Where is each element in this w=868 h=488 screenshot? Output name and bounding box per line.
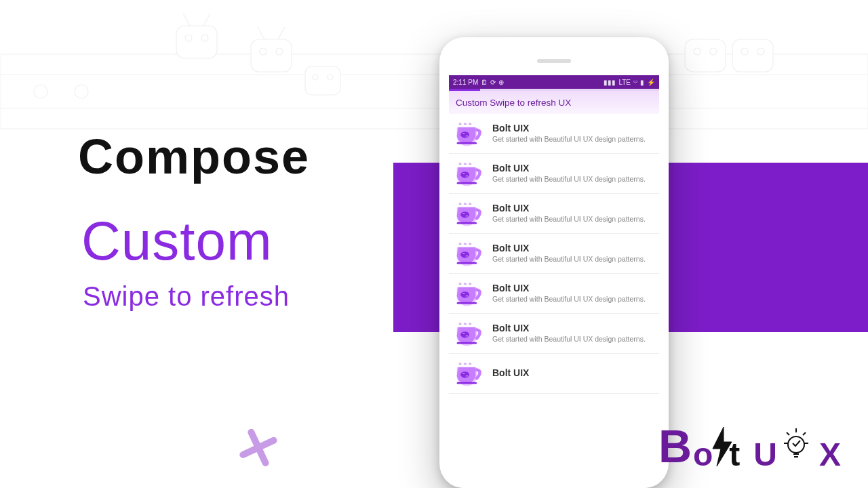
coffee-cup-icon [454, 321, 484, 346]
svg-line-8 [183, 14, 190, 26]
heading-compose: Compose [78, 129, 310, 184]
list-item-subtitle: Get started with Beautiful UI UX design … [492, 135, 651, 144]
svg-point-16 [313, 75, 318, 80]
refresh-list[interactable]: Bolt UIXGet started with Beautiful UI UX… [449, 114, 659, 394]
globe-icon: ⊕ [498, 79, 504, 86]
svg-point-32 [460, 211, 469, 218]
list-item-text: Bolt UIX [492, 367, 651, 380]
list-item[interactable]: Bolt UIXGet started with Beautiful UI UX… [449, 274, 659, 314]
phone-mockup: 2:11 PM 🗓 ⟳ ⊕ ▮▮▮ LTE ⌔ ▮ ⚡ Custom Swipe… [439, 37, 669, 488]
list-item[interactable]: Bolt UIXGet started with Beautiful UI UX… [449, 314, 659, 354]
phone-screen: 2:11 PM 🗓 ⟳ ⊕ ▮▮▮ LTE ⌔ ▮ ⚡ Custom Swipe… [449, 75, 659, 488]
svg-point-23 [757, 48, 764, 55]
svg-point-20 [710, 48, 717, 55]
svg-rect-5 [176, 26, 217, 58]
svg-rect-21 [732, 39, 773, 72]
svg-point-30 [466, 176, 469, 177]
svg-line-13 [258, 27, 264, 39]
svg-point-2 [75, 85, 88, 98]
svg-rect-18 [685, 39, 726, 72]
svg-point-6 [185, 35, 192, 41]
svg-rect-27 [457, 142, 477, 144]
calendar-icon: 🗓 [481, 79, 488, 86]
coffee-cup-icon [454, 241, 484, 266]
svg-point-42 [466, 296, 469, 297]
svg-point-46 [466, 336, 469, 337]
svg-rect-43 [457, 302, 477, 304]
list-item-title: Bolt UIX [492, 203, 651, 214]
list-item-title: Bolt UIX [492, 283, 651, 293]
svg-rect-10 [251, 39, 292, 72]
charging-icon: ⚡ [647, 79, 655, 86]
app-title: Custom Swipe to refresh UX [456, 98, 571, 108]
refresh-icon: ⟳ [490, 79, 496, 86]
logo-letter-U: U [753, 440, 777, 469]
svg-point-7 [201, 35, 208, 41]
signal-icon: ▮▮▮ [604, 79, 616, 86]
svg-rect-47 [457, 342, 477, 344]
coffee-cup-icon [454, 361, 484, 386]
svg-point-40 [460, 291, 469, 298]
list-item-subtitle: Get started with Beautiful UI UX design … [492, 175, 651, 184]
svg-point-50 [466, 375, 469, 377]
coffee-cup-icon [454, 161, 484, 186]
svg-point-41 [462, 293, 465, 294]
list-item[interactable]: Bolt UIXGet started with Beautiful UI UX… [449, 154, 659, 194]
svg-rect-31 [457, 182, 477, 184]
list-item-title: Bolt UIX [492, 123, 651, 134]
svg-point-1 [34, 85, 47, 98]
svg-point-19 [694, 48, 701, 55]
svg-line-9 [203, 14, 210, 26]
list-item[interactable]: Bolt UIX [449, 354, 659, 394]
logo-letter-t: t [729, 440, 740, 469]
app-title-bar: Custom Swipe to refresh UX [449, 91, 659, 114]
cross-decoration-icon [232, 422, 284, 474]
svg-point-34 [466, 216, 469, 217]
lightbulb-icon [783, 426, 810, 461]
logo-letter-B: B [658, 423, 692, 469]
svg-rect-51 [457, 382, 477, 384]
list-item-subtitle: Get started with Beautiful UI UX design … [492, 295, 651, 304]
list-item-title: Bolt UIX [492, 367, 651, 378]
battery-icon: ▮ [640, 79, 644, 86]
list-item-text: Bolt UIXGet started with Beautiful UI UX… [492, 283, 651, 304]
svg-point-22 [741, 48, 748, 55]
list-item[interactable]: Bolt UIXGet started with Beautiful UI UX… [449, 234, 659, 274]
list-item-title: Bolt UIX [492, 163, 651, 174]
list-item[interactable]: Bolt UIXGet started with Beautiful UI UX… [449, 194, 659, 234]
coffee-cup-icon [454, 121, 484, 146]
svg-point-17 [328, 75, 333, 80]
svg-rect-0 [0, 54, 868, 129]
svg-line-57 [787, 432, 789, 435]
list-item-text: Bolt UIXGet started with Beautiful UI UX… [492, 163, 651, 184]
svg-rect-15 [305, 66, 340, 95]
phone-speaker [537, 59, 571, 63]
list-item-text: Bolt UIXGet started with Beautiful UI UX… [492, 203, 651, 224]
phone-top [439, 37, 669, 70]
svg-point-36 [460, 251, 469, 258]
list-item-title: Bolt UIX [492, 243, 651, 253]
svg-point-44 [460, 331, 469, 338]
list-item-text: Bolt UIXGet started with Beautiful UI UX… [492, 323, 651, 344]
svg-line-14 [278, 27, 285, 39]
svg-rect-35 [457, 222, 477, 224]
loading-indicator [449, 89, 659, 91]
svg-point-11 [260, 48, 267, 55]
list-item-subtitle: Get started with Beautiful UI UX design … [492, 215, 651, 224]
list-item-text: Bolt UIXGet started with Beautiful UI UX… [492, 243, 651, 264]
svg-point-38 [466, 256, 469, 257]
list-item[interactable]: Bolt UIXGet started with Beautiful UI UX… [449, 114, 659, 154]
svg-point-24 [460, 131, 469, 138]
coffee-cup-icon [454, 281, 484, 306]
svg-line-58 [803, 432, 806, 435]
list-item-subtitle: Get started with Beautiful UI UX design … [492, 335, 651, 344]
svg-point-48 [460, 371, 469, 378]
status-time: 2:11 PM [453, 79, 478, 86]
network-label: LTE [618, 79, 631, 86]
svg-point-37 [462, 253, 465, 254]
brand-logo: B o t U X [658, 423, 841, 469]
svg-point-49 [462, 373, 465, 374]
coffee-cup-icon [454, 201, 484, 226]
svg-point-12 [276, 48, 283, 55]
svg-point-25 [462, 133, 465, 134]
